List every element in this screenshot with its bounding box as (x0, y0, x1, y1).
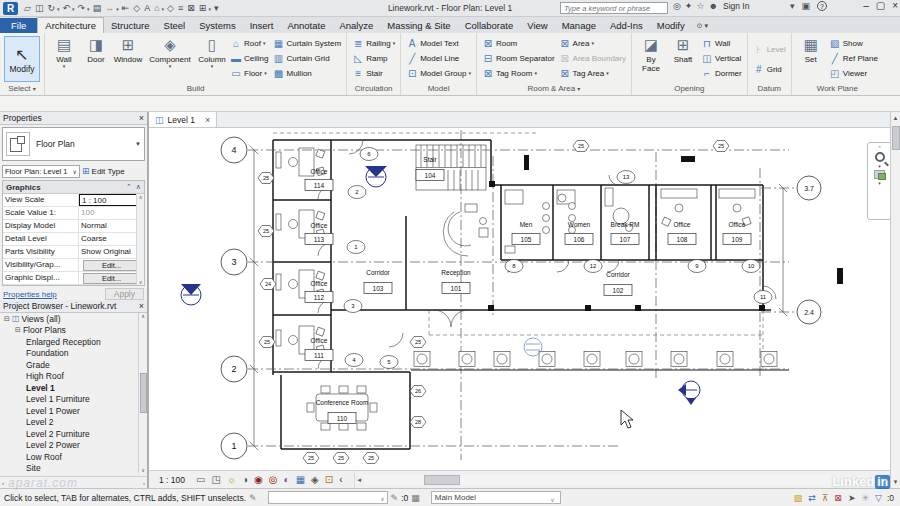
modify-tab-extra-icon[interactable]: ⊙ ▾ (692, 19, 713, 33)
close-icon[interactable]: × (139, 301, 144, 311)
chevron-down-icon[interactable]: ▾ (878, 180, 881, 186)
tab-architecture[interactable]: Architecture (37, 17, 104, 33)
exclude-options-icon[interactable]: ⊠ (834, 493, 842, 503)
scroll-up-icon[interactable]: ▲ (893, 112, 899, 124)
colonnade-columns[interactable] (414, 352, 777, 367)
ramp-button[interactable]: ◺Ramp (352, 51, 395, 65)
curtain-grid-button[interactable]: ▥Curtain Grid (272, 51, 341, 65)
signin-avatar-icon[interactable]: ☻ (708, 1, 717, 11)
tag-by-category-icon[interactable]: ◇ (131, 3, 142, 13)
help-search-input[interactable] (560, 2, 668, 14)
browser-scrollbar[interactable]: ∧∨ (138, 313, 147, 473)
edit-type-button[interactable]: ⊞ Edit Type (82, 166, 125, 176)
tab-insert[interactable]: Insert (243, 18, 281, 33)
tree-item-level-1[interactable]: Level 1 (0, 382, 147, 394)
model-line-button[interactable]: ╱Model Line (406, 51, 471, 65)
navbar-chevron-icon[interactable]: ⌃ (877, 145, 881, 151)
model-text-button[interactable]: AModel Text (406, 36, 471, 50)
active-workset-icon[interactable]: ✎ (249, 493, 257, 503)
curtain-system-button[interactable]: ▦Curtain System (272, 36, 341, 50)
tab-annotate[interactable]: Annotate (280, 18, 332, 33)
edit-button[interactable]: Edit... (83, 273, 139, 284)
stair[interactable] (416, 145, 486, 190)
worksharing-display-icon[interactable]: ◈ (311, 474, 319, 485)
navigation-wheel-icon[interactable] (874, 170, 885, 179)
horizontal-scrollbar[interactable]: ◂ ▸ (354, 471, 891, 488)
scrollbar-thumb[interactable] (424, 475, 460, 485)
section-icon[interactable]: ◇ (165, 3, 176, 13)
help-icon[interactable]: ? (817, 1, 827, 11)
undo-icon[interactable]: ↶ (61, 3, 73, 13)
room-button[interactable]: ⊠Room (482, 36, 555, 50)
scrollbar-thumb[interactable] (140, 373, 147, 413)
tag-area-button[interactable]: ⊠Tag Area▾ (559, 66, 626, 80)
thin-lines-icon[interactable]: ≡ (176, 3, 185, 13)
tab-file[interactable]: File (0, 18, 37, 33)
tab-structure[interactable]: Structure (104, 18, 157, 33)
floor-plan-view[interactable]: 43213.72.4252524252525252526282525621345… (149, 128, 891, 470)
tab-add-ins[interactable]: Add-Ins (603, 18, 650, 33)
tree-item-level-2[interactable]: Level 2 (0, 417, 147, 429)
view-scale-control[interactable]: 1 : 100 (159, 475, 185, 485)
tree-item-level-2-furniture[interactable]: Level 2 Furniture (0, 428, 147, 440)
tab-steel[interactable]: Steel (157, 18, 193, 33)
tab-modify[interactable]: Modify (650, 18, 692, 33)
elevation-marker-interior[interactable] (524, 338, 542, 356)
instance-selector[interactable]: Floor Plan: Level 1∨ (2, 165, 80, 178)
open-icon[interactable]: ▱ (22, 3, 33, 13)
press-drag-icon[interactable]: ➤ (848, 493, 856, 503)
zoom-icon[interactable] (875, 152, 885, 162)
tree-item-level-2-power[interactable]: Level 2 Power (0, 440, 147, 452)
tab-manage[interactable]: Manage (555, 18, 603, 33)
shadows-icon[interactable]: ◑ (242, 474, 248, 485)
railing-button[interactable]: ≣Railing▾ (352, 36, 395, 50)
crop-view-icon[interactable]: ◉ (254, 474, 263, 485)
opening-by-face-button[interactable]: ◪By Face (635, 35, 667, 73)
property-value-view-scale[interactable]: 1 : 100 (79, 194, 144, 206)
collapse-icon[interactable]: ⌃ ∧ (126, 183, 141, 191)
qat-customize-icon[interactable]: ▾ (212, 3, 221, 13)
tab-collaborate[interactable]: Collaborate (458, 18, 521, 33)
office-furniture[interactable] (276, 148, 325, 354)
dropdown-caret-icon[interactable]: ▾ (57, 6, 61, 12)
text-icon[interactable]: A (142, 3, 152, 13)
stair-button[interactable]: ≡Stair (352, 66, 395, 80)
tree-item-enlarged-reception[interactable]: Enlarged Reception (0, 336, 147, 348)
tree-item-floor-plans[interactable]: ⊟Floor Plans (0, 325, 147, 337)
apply-button[interactable]: Apply (105, 288, 144, 300)
sync-with-central-icon[interactable]: ↻ (45, 3, 57, 13)
chevron-down-icon[interactable]: ▼ (135, 141, 141, 147)
properties-scrollbar[interactable]: ∧∨ (136, 194, 144, 285)
close-view-icon[interactable]: × (205, 115, 210, 125)
filter-icon[interactable]: ▽ (875, 493, 882, 503)
tree-item-high-roof[interactable]: High Roof (0, 371, 147, 383)
tab-view[interactable]: View (520, 18, 554, 33)
measure-icon[interactable]: ↔ (103, 3, 116, 13)
property-value-detail-level[interactable]: Coarse (79, 233, 144, 245)
modify-button[interactable]: ↖ Modify (4, 36, 40, 82)
view-tab-level-1[interactable]: ◫ Level 1 × (149, 112, 217, 127)
app-store-icon[interactable]: ▣ (802, 1, 811, 11)
window-button[interactable]: ⊞Window (112, 35, 144, 69)
redo-icon[interactable]: ↷ (76, 3, 88, 13)
vertical-opening-button[interactable]: ◫Vertical (701, 51, 742, 65)
roof-button[interactable]: ⌂Roof▾ (230, 36, 268, 50)
pin-icon[interactable]: ⊼ (822, 493, 829, 503)
column-button[interactable]: ▯Column▾ (196, 35, 228, 69)
design-options-icon[interactable]: ▦ (411, 493, 420, 503)
shaft-opening-button[interactable]: ⊞Shaft (667, 35, 699, 73)
elevation-marker-south[interactable] (678, 381, 700, 405)
property-value-parts-visibility[interactable]: Show Original (79, 246, 144, 258)
communication-center-icon[interactable]: ✦ (685, 1, 693, 11)
show-work-plane-button[interactable]: ▧Show (829, 36, 878, 50)
aligned-dimension-icon[interactable]: ⇤ (120, 3, 132, 13)
default-3d-view-icon[interactable]: ⌂ (152, 3, 161, 13)
properties-header[interactable]: Properties × (0, 112, 147, 125)
area-button[interactable]: ⊠Area▾ (559, 36, 626, 50)
revit-logo[interactable]: R (3, 2, 18, 15)
door-button[interactable]: ◨Door (80, 35, 112, 69)
background-processes-icon[interactable]: ✳ (861, 493, 869, 503)
properties-help-link[interactable]: Properties help (3, 290, 57, 299)
switch-windows-icon[interactable]: ⊞ (197, 3, 209, 13)
editable-only-icon[interactable]: ⇄ (808, 493, 816, 503)
